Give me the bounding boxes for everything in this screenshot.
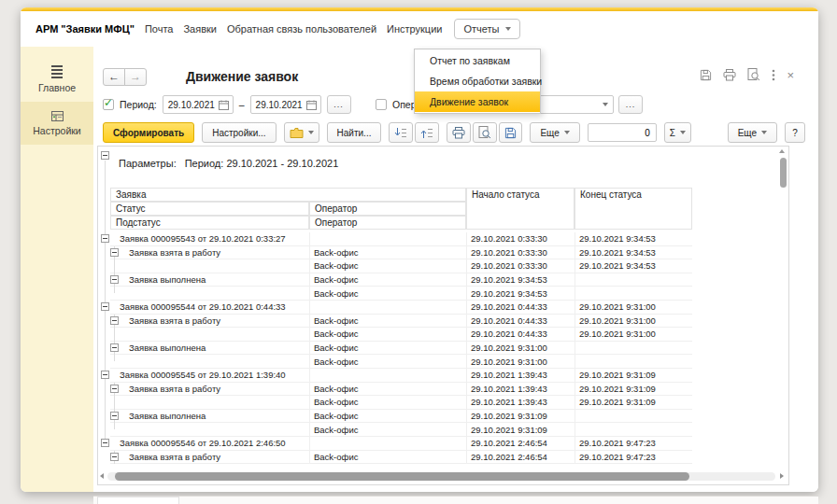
cell-text: 29.10.2021 9:34:53 [579,233,656,244]
taskbar-tab[interactable] [97,497,179,504]
more-right-button[interactable]: Еще [728,122,777,143]
period-ellipsis-button[interactable]: ... [327,95,351,114]
tree-expander-icon[interactable] [110,275,119,284]
vertical-scrollbar[interactable] [780,158,787,188]
report-row[interactable]: Заявка выполненаBack-офис29.10.2021 9:31… [98,410,692,424]
tree-expander-icon[interactable] [101,151,109,160]
params-value: Период: 29.10.2021 - 29.10.2021 [185,158,339,169]
menu-item-instrukcii[interactable]: Инструкции [387,23,442,35]
report-row[interactable]: Заявка 000095544 от 29.10.2021 0:44:3329… [98,301,692,315]
report-cell-start: 29.10.2021 1:39:43 [466,383,575,397]
report-row[interactable]: Заявка взята в работуBack-офис29.10.2021… [98,383,692,397]
report-row[interactable]: Заявка взята в работуBack-офис29.10.2021… [98,246,692,260]
report-row[interactable]: Заявка выполненаBack-офис29.10.2021 9:34… [98,273,692,287]
column-header-operator2[interactable]: Оператор [309,216,466,230]
report-cell-end: 29.10.2021 9:34:53 [575,232,692,246]
report-row[interactable]: Заявка выполненаBack-офис29.10.2021 9:31… [98,342,692,356]
column-header-request[interactable]: Заявка [110,188,466,202]
tree-expander-icon[interactable] [101,302,109,311]
tree-expander-icon[interactable] [101,234,109,243]
settings-button[interactable]: Настройки... [202,122,276,143]
generate-button[interactable]: Сформировать [103,122,194,143]
back-button[interactable]: ← [103,68,125,86]
report-row[interactable]: Заявка 000095543 от 29.10.2021 0:33:2729… [98,232,692,246]
report-cell-end [575,355,692,369]
menu-button-otchety[interactable]: Отчеты [454,19,519,39]
forward-button[interactable]: → [124,68,147,86]
report-row[interactable]: Back-офис29.10.2021 9:31:09 [98,423,692,437]
report-cell-start: 29.10.2021 9:31:00 [466,342,575,356]
horizontal-scrollbar-thumb[interactable] [115,472,689,481]
calendar-icon[interactable] [306,100,317,110]
report-row[interactable]: Заявка взята в работуBack-офис29.10.2021… [98,315,692,329]
menu-item-arm[interactable]: АРМ "Заявки МФЦ" [35,23,135,35]
cell-text: 29.10.2021 9:34:53 [579,247,656,258]
dropdown-item-vremya-obrabotki[interactable]: Время обработки заявки [415,71,540,91]
sum-value-input[interactable] [588,123,657,142]
tree-expander-icon[interactable] [110,248,119,257]
tree-expander-icon[interactable] [110,412,119,420]
report-cell-start: 29.10.2021 1:39:43 [466,369,575,383]
column-header-substatus[interactable]: Подстатус [110,216,309,230]
close-icon[interactable]: × [787,69,794,81]
operator-ellipsis-button[interactable]: ... [618,95,643,114]
scroll-right-icon[interactable] [780,473,784,479]
find-button[interactable]: Найти... [327,122,382,143]
sidebar-item-nastroyki[interactable]: Настройки [21,102,93,145]
cell-text: Back-офис [314,384,358,394]
preview-icon[interactable] [747,68,760,81]
print-button[interactable] [447,122,471,143]
report-cell-operator: Back-офис [309,287,466,301]
menu-item-feedback[interactable]: Обратная связь пользователей [227,23,376,35]
tree-expander-icon[interactable] [101,371,109,379]
report-row[interactable]: Back-офис29.10.2021 0:44:3329.10.2021 9:… [98,328,692,342]
save-button[interactable] [499,122,522,143]
menu-item-pochta[interactable]: Почта [145,23,174,35]
expand-rows-button[interactable] [415,122,439,143]
report-variants-button[interactable] [284,122,319,143]
kebab-menu-icon[interactable] [772,69,775,81]
collapse-rows-button[interactable] [389,122,413,143]
tree-expander-icon[interactable] [110,385,119,393]
report-row[interactable]: Back-офис29.10.2021 0:33:3029.10.2021 9:… [98,259,692,273]
cell-text: 29.10.2021 9:31:09 [579,397,656,407]
cell-text: 29.10.2021 9:31:09 [471,425,547,435]
scroll-up-icon[interactable] [779,149,785,153]
preview-button[interactable] [473,122,497,143]
tree-expander-icon[interactable] [110,343,119,352]
column-header-start[interactable]: Начало статуса [466,188,575,230]
column-header-end[interactable]: Конец статуса [575,188,692,230]
more-button[interactable]: Еще [530,122,579,143]
report-row[interactable]: Back-офис29.10.2021 9:31:00 [98,355,692,369]
cell-text: Заявка 000095543 от 29.10.2021 0:33:27 [120,233,286,244]
sidebar-item-glavnoe[interactable]: Главное [21,56,93,102]
report-row[interactable]: Back-офис29.10.2021 9:34:53 [98,287,692,301]
tree-expander-icon[interactable] [110,316,119,325]
dropdown-item-dvizhenie-zayavok[interactable]: Движение заявок [415,91,540,112]
menu-item-zayavki[interactable]: Заявки [183,23,217,35]
print-icon[interactable] [723,69,736,81]
calendar-icon[interactable] [219,100,229,110]
help-button[interactable]: ? [785,122,805,143]
horizontal-scrollbar-track[interactable] [107,472,775,481]
report-row[interactable]: Заявка 000095546 от 29.10.2021 2:46:5029… [98,437,692,451]
period-checkbox[interactable]: ✓ [103,99,114,110]
scroll-left-icon[interactable] [100,473,104,479]
dropdown-item-otchet-po-zayavkam[interactable]: Отчет по заявкам [415,50,540,71]
column-header-status[interactable]: Статус [110,202,309,216]
sum-button[interactable]: Σ [664,122,691,143]
report-row[interactable]: Back-офис29.10.2021 1:39:4329.10.2021 9:… [98,396,692,410]
report-row[interactable]: Заявка 000095545 от 29.10.2021 1:39:4029… [98,369,692,383]
expand-rows-icon [420,127,433,139]
operator-checkbox[interactable] [376,99,387,110]
more-right-label: Еще [738,128,757,138]
grouping-buttons [389,122,439,143]
cell-text: 29.10.2021 9:31:00 [471,343,547,353]
period-to-field[interactable]: 29.10.2021 [250,95,321,114]
column-header-operator[interactable]: Оператор [309,202,466,216]
report-row[interactable]: Заявка взята в работуBack-офис29.10.2021… [98,451,692,465]
tree-expander-icon[interactable] [101,439,109,447]
save-icon[interactable] [700,69,712,81]
tree-expander-icon[interactable] [110,453,119,461]
period-from-field[interactable]: 29.10.2021 [163,95,234,114]
